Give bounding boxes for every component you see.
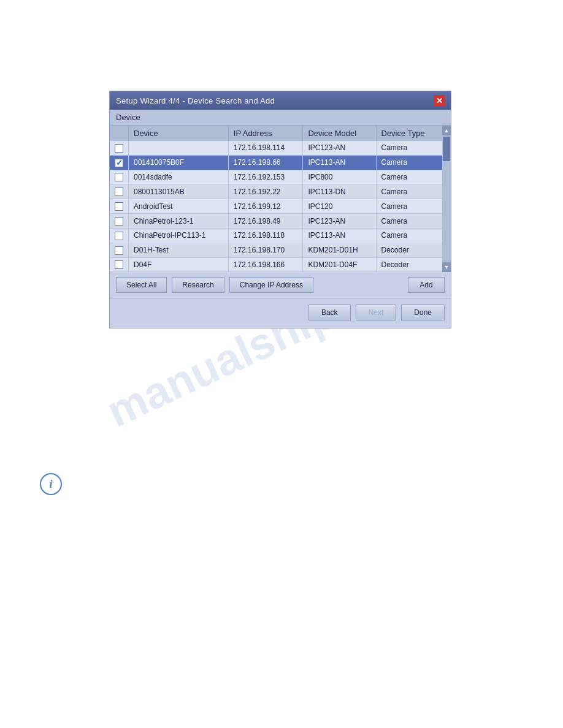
- row-ip-address: 172.16.198.66: [228, 155, 303, 170]
- title-bar: Setup Wizard 4/4 - Device Search and Add…: [110, 91, 451, 110]
- row-device-type: Camera: [376, 170, 451, 184]
- row-device-name: 001410075B0F: [129, 155, 229, 170]
- row-device-type: Decoder: [376, 257, 451, 272]
- row-device-name: D04F: [129, 257, 229, 272]
- change-ip-button[interactable]: Change IP Address: [229, 277, 313, 293]
- table-row[interactable]: 0800113015AB172.16.192.22IPC113-DNCamera: [110, 184, 451, 199]
- row-device-name: ChinaPetrol-123-1: [129, 214, 229, 229]
- row-device-model: IPC123-AN: [303, 214, 376, 229]
- table-row[interactable]: AndroidTest172.16.199.12IPC120Camera: [110, 199, 451, 214]
- row-ip-address: 172.16.198.49: [228, 214, 303, 229]
- row-device-type: Decoder: [376, 243, 451, 257]
- row-device-model: KDM201-D01H: [303, 243, 376, 257]
- row-ip-address: 172.16.198.166: [228, 257, 303, 272]
- row-device-name: D01H-Test: [129, 243, 229, 257]
- row-checkbox-cell[interactable]: [110, 228, 129, 243]
- row-checkbox-cell[interactable]: [110, 170, 129, 184]
- info-icon: i: [40, 473, 62, 495]
- col-header-device: Device: [129, 126, 229, 141]
- row-checkbox[interactable]: [115, 232, 123, 240]
- row-checkbox-cell[interactable]: [110, 184, 129, 199]
- table-row[interactable]: ChinaPetrol-123-1172.16.198.49IPC123-ANC…: [110, 214, 451, 229]
- row-device-model: IPC800: [303, 170, 376, 184]
- row-ip-address: 172.16.199.12: [228, 199, 303, 214]
- table-scroll-area: Device IP Address Device Model Device Ty…: [110, 126, 451, 272]
- dialog-title: Setup Wizard 4/4 - Device Search and Add: [116, 96, 275, 105]
- info-icon-text: i: [49, 478, 52, 491]
- row-device-type: Camera: [376, 184, 451, 199]
- row-device-model: IPC120: [303, 199, 376, 214]
- row-checkbox[interactable]: [115, 202, 123, 211]
- col-header-checkbox: [110, 126, 129, 141]
- row-device-type: Camera: [376, 155, 451, 170]
- row-device-model: IPC113-AN: [303, 155, 376, 170]
- row-checkbox[interactable]: [115, 144, 123, 153]
- setup-wizard-dialog: Setup Wizard 4/4 - Device Search and Add…: [109, 91, 451, 328]
- row-device-name: AndroidTest: [129, 199, 229, 214]
- row-checkbox-cell[interactable]: [110, 155, 129, 170]
- table-scrollbar[interactable]: ▲ ▼: [442, 126, 451, 272]
- row-device-name: 0800113015AB: [129, 184, 229, 199]
- table-row[interactable]: D01H-Test172.16.198.170KDM201-D01HDecode…: [110, 243, 451, 257]
- row-checkbox-cell[interactable]: [110, 257, 129, 272]
- device-table-container: Device IP Address Device Model Device Ty…: [110, 126, 451, 272]
- table-row[interactable]: 001410075B0F172.16.198.66IPC113-ANCamera: [110, 155, 451, 170]
- row-device-model: IPC113-DN: [303, 184, 376, 199]
- row-checkbox-cell[interactable]: [110, 243, 129, 257]
- row-device-model: IPC123-AN: [303, 141, 376, 155]
- row-checkbox[interactable]: [115, 217, 123, 226]
- row-device-type: Camera: [376, 228, 451, 243]
- table-row[interactable]: ChinaPetrol-IPC113-1172.16.198.118IPC113…: [110, 228, 451, 243]
- table-row[interactable]: 172.16.198.114IPC123-ANCamera: [110, 141, 451, 155]
- back-button[interactable]: Back: [308, 305, 351, 320]
- row-device-model: IPC113-AN: [303, 228, 376, 243]
- select-all-button[interactable]: Select All: [116, 277, 167, 293]
- next-button[interactable]: Next: [356, 305, 397, 320]
- action-button-row: Select All Research Change IP Address Ad…: [110, 272, 451, 298]
- row-device-name: [129, 141, 229, 155]
- footer-row: Back Next Done: [110, 298, 451, 328]
- row-device-type: Camera: [376, 199, 451, 214]
- row-device-type: Camera: [376, 214, 451, 229]
- done-button[interactable]: Done: [401, 305, 445, 320]
- research-button[interactable]: Research: [172, 277, 224, 293]
- row-ip-address: 172.16.198.118: [228, 228, 303, 243]
- row-checkbox-cell[interactable]: [110, 199, 129, 214]
- row-ip-address: 172.16.198.170: [228, 243, 303, 257]
- row-ip-address: 172.16.192.22: [228, 184, 303, 199]
- row-ip-address: 172.16.198.114: [228, 141, 303, 155]
- table-row[interactable]: D04F172.16.198.166KDM201-D04FDecoder: [110, 257, 451, 272]
- close-button[interactable]: ✕: [434, 95, 445, 106]
- col-header-ip: IP Address: [228, 126, 303, 141]
- row-ip-address: 172.16.192.153: [228, 170, 303, 184]
- info-icon-container: i: [40, 473, 62, 495]
- col-header-type: Device Type: [376, 126, 451, 141]
- row-checkbox-cell[interactable]: [110, 141, 129, 155]
- row-checkbox[interactable]: [115, 260, 123, 269]
- device-table: Device IP Address Device Model Device Ty…: [110, 126, 451, 272]
- table-header-row: Device IP Address Device Model Device Ty…: [110, 126, 451, 141]
- row-checkbox-cell[interactable]: [110, 214, 129, 229]
- table-row[interactable]: 0014sdadfe172.16.192.153IPC800Camera: [110, 170, 451, 184]
- col-header-model: Device Model: [303, 126, 376, 141]
- row-checkbox[interactable]: [115, 159, 123, 167]
- row-device-name: 0014sdadfe: [129, 170, 229, 184]
- scrollbar-up-button[interactable]: ▲: [442, 126, 451, 135]
- row-device-name: ChinaPetrol-IPC113-1: [129, 228, 229, 243]
- row-checkbox[interactable]: [115, 188, 123, 196]
- add-button[interactable]: Add: [408, 277, 445, 293]
- row-checkbox[interactable]: [115, 246, 123, 255]
- section-label: Device: [110, 110, 451, 126]
- row-device-model: KDM201-D04F: [303, 257, 376, 272]
- row-checkbox[interactable]: [115, 173, 123, 181]
- scrollbar-thumb[interactable]: [443, 137, 450, 161]
- scrollbar-down-button[interactable]: ▼: [442, 262, 451, 272]
- row-device-type: Camera: [376, 141, 451, 155]
